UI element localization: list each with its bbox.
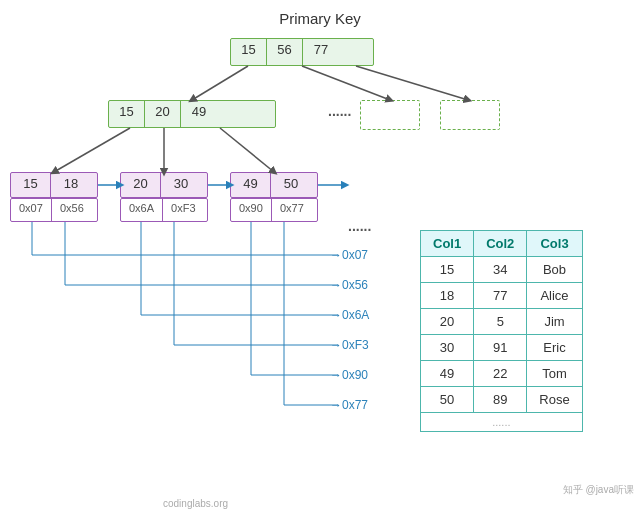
level1-node: 15 20 49: [108, 100, 276, 128]
table-cell-0-2: Bob: [527, 257, 582, 283]
table-footer: ......: [421, 413, 583, 432]
l1-cell-1: 20: [145, 101, 181, 127]
table-cell-4-2: Tom: [527, 361, 582, 387]
ellipsis-middle: ......: [348, 218, 371, 234]
leaf0-key1: 18: [51, 173, 91, 197]
table-cell-2-1: 5: [474, 309, 527, 335]
root-node: 15 56 77: [230, 38, 374, 66]
watermark1: 知乎 @java听课: [563, 483, 634, 497]
table-cell-3-1: 91: [474, 335, 527, 361]
table-row: 1877Alice: [421, 283, 583, 309]
ptr-label-1: →0x56: [330, 278, 368, 292]
table-cell-3-0: 30: [421, 335, 474, 361]
ellipsis-level1: ......: [328, 103, 351, 119]
diagram-container: Primary Key 15 56 77 15 20 49 ...... 15 …: [0, 0, 640, 515]
leaf2-addr1: 0x77: [272, 199, 312, 221]
leaf2-key1: 50: [271, 173, 311, 197]
root-cell-1: 56: [267, 39, 303, 65]
leaf-node-1-keys: 20 30: [120, 172, 208, 198]
leaf2-key0: 49: [231, 173, 271, 197]
leaf1-key0: 20: [121, 173, 161, 197]
leaf0-addr0: 0x07: [11, 199, 52, 221]
table-cell-1-1: 77: [474, 283, 527, 309]
ptr-label-5: →0x77: [330, 398, 368, 412]
table-cell-1-0: 18: [421, 283, 474, 309]
l1-cell-0: 15: [109, 101, 145, 127]
leaf-node-0-keys: 15 18: [10, 172, 98, 198]
leaf1-addr1: 0xF3: [163, 199, 203, 221]
table-cell-5-0: 50: [421, 387, 474, 413]
ptr-label-2: →0x6A: [330, 308, 369, 322]
ptr-label-0: →0x07: [330, 248, 368, 262]
svg-line-0: [192, 66, 248, 100]
l1-cell-2: 49: [181, 101, 217, 127]
table-row: 5089Rose: [421, 387, 583, 413]
table-cell-1-2: Alice: [527, 283, 582, 309]
svg-line-1: [302, 66, 390, 100]
root-cell-2: 77: [303, 39, 339, 65]
dashed-box-1: [440, 100, 500, 130]
leaf-node-2-keys: 49 50: [230, 172, 318, 198]
table-row: 1534Bob: [421, 257, 583, 283]
ptr-label-3: →0xF3: [330, 338, 369, 352]
leaf0-key0: 15: [11, 173, 51, 197]
table-cell-2-0: 20: [421, 309, 474, 335]
col-header-2: Col3: [527, 231, 582, 257]
svg-line-5: [220, 128, 274, 172]
svg-line-2: [356, 66, 468, 100]
dashed-box-0: [360, 100, 420, 130]
table-cell-0-1: 34: [474, 257, 527, 283]
leaf-node-2-addrs: 0x90 0x77: [230, 198, 318, 222]
table-cell-0-0: 15: [421, 257, 474, 283]
root-cell-0: 15: [231, 39, 267, 65]
leaf0-addr1: 0x56: [52, 199, 92, 221]
table-cell-4-0: 49: [421, 361, 474, 387]
diagram-title: Primary Key: [279, 10, 361, 27]
col-header-0: Col1: [421, 231, 474, 257]
table-row: 4922Tom: [421, 361, 583, 387]
table-cell-3-2: Eric: [527, 335, 582, 361]
table-cell-5-1: 89: [474, 387, 527, 413]
table-row: 205Jim: [421, 309, 583, 335]
leaf1-addr0: 0x6A: [121, 199, 163, 221]
table-cell-5-2: Rose: [527, 387, 582, 413]
leaf2-addr0: 0x90: [231, 199, 272, 221]
data-table: Col1 Col2 Col3 1534Bob1877Alice205Jim309…: [420, 230, 583, 432]
ptr-label-4: →0x90: [330, 368, 368, 382]
watermark2: codinglabs.org: [163, 498, 477, 509]
table-row: 3091Eric: [421, 335, 583, 361]
leaf-node-0-addrs: 0x07 0x56: [10, 198, 98, 222]
table-cell-2-2: Jim: [527, 309, 582, 335]
svg-line-3: [54, 128, 130, 172]
leaf-node-1-addrs: 0x6A 0xF3: [120, 198, 208, 222]
leaf1-key1: 30: [161, 173, 201, 197]
table-cell-4-1: 22: [474, 361, 527, 387]
col-header-1: Col2: [474, 231, 527, 257]
